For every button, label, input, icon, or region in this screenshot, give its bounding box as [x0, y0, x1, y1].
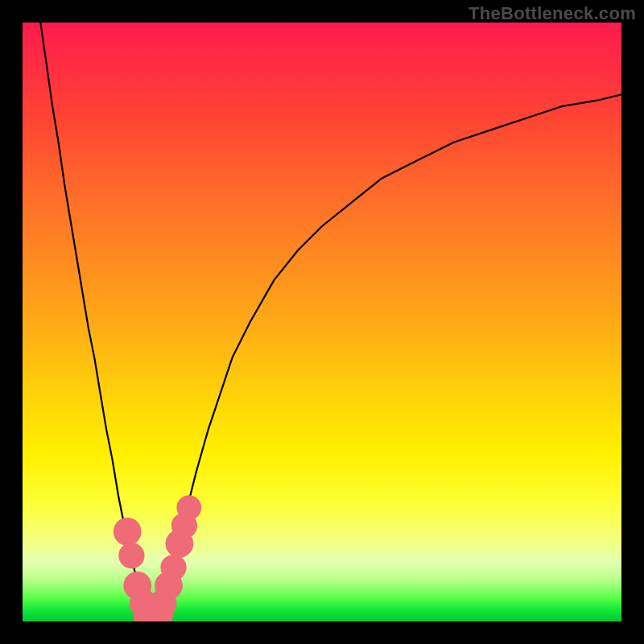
curve-marker: [118, 543, 144, 568]
curve-marker: [176, 495, 201, 520]
chart-plot-area: [23, 23, 621, 621]
watermark-text: TheBottleneck.com: [469, 3, 636, 24]
curve-marker: [114, 518, 142, 546]
marker-group: [114, 495, 201, 621]
chart-frame: TheBottleneck.com: [0, 0, 644, 644]
curve-marker: [160, 555, 186, 580]
chart-svg: [23, 23, 621, 621]
